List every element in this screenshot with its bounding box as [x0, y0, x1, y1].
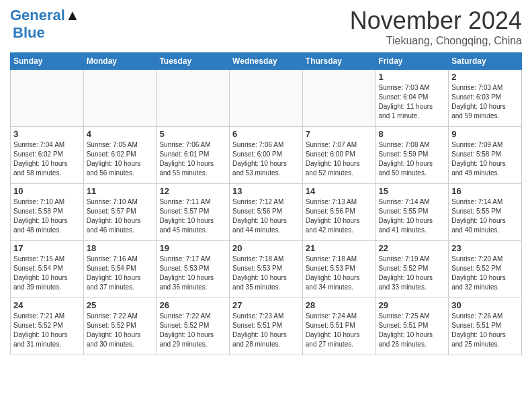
week-row-2: 3Sunrise: 7:04 AMSunset: 6:02 PMDaylight… [11, 127, 522, 184]
day-cell: 23Sunrise: 7:20 AMSunset: 5:52 PMDayligh… [449, 241, 522, 298]
day-number: 24 [13, 300, 81, 310]
location: Tiekuang, Chongqing, China [350, 35, 522, 47]
day-info: Sunrise: 7:14 AMSunset: 5:55 PMDaylight:… [451, 197, 519, 235]
day-cell: 14Sunrise: 7:13 AMSunset: 5:56 PMDayligh… [302, 184, 375, 241]
day-number: 4 [87, 129, 154, 139]
day-number: 15 [379, 186, 446, 196]
day-number: 11 [87, 186, 154, 196]
day-info: Sunrise: 7:22 AMSunset: 5:52 PMDaylight:… [87, 312, 154, 349]
header-row: SundayMondayTuesdayWednesdayThursdayFrid… [11, 53, 522, 70]
day-info: Sunrise: 7:15 AMSunset: 5:54 PMDaylight:… [13, 255, 81, 292]
calendar-table: SundayMondayTuesdayWednesdayThursdayFrid… [10, 52, 522, 355]
day-info: Sunrise: 7:16 AMSunset: 5:54 PMDaylight:… [87, 255, 154, 292]
day-cell: 7Sunrise: 7:07 AMSunset: 6:00 PMDaylight… [302, 127, 375, 184]
week-row-1: 1Sunrise: 7:03 AMSunset: 6:04 PMDaylight… [11, 70, 522, 127]
day-info: Sunrise: 7:26 AMSunset: 5:51 PMDaylight:… [451, 312, 519, 349]
day-number: 7 [306, 129, 373, 139]
day-cell: 26Sunrise: 7:22 AMSunset: 5:52 PMDayligh… [157, 298, 230, 355]
day-cell: 6Sunrise: 7:06 AMSunset: 6:00 PMDaylight… [230, 127, 303, 184]
header: General▲ Blue November 2024 Tiekuang, Ch… [10, 7, 522, 47]
day-cell: 10Sunrise: 7:10 AMSunset: 5:58 PMDayligh… [11, 184, 84, 241]
day-cell: 1Sunrise: 7:03 AMSunset: 6:04 PMDaylight… [375, 70, 449, 127]
col-header-friday: Friday [375, 53, 449, 70]
day-info: Sunrise: 7:13 AMSunset: 5:56 PMDaylight:… [306, 197, 373, 235]
day-cell: 3Sunrise: 7:04 AMSunset: 6:02 PMDaylight… [11, 127, 84, 184]
day-info: Sunrise: 7:12 AMSunset: 5:56 PMDaylight:… [232, 197, 300, 235]
col-header-wednesday: Wednesday [230, 53, 303, 70]
day-info: Sunrise: 7:06 AMSunset: 6:00 PMDaylight:… [232, 140, 300, 178]
day-cell: 17Sunrise: 7:15 AMSunset: 5:54 PMDayligh… [11, 241, 84, 298]
day-info: Sunrise: 7:25 AMSunset: 5:51 PMDaylight:… [379, 312, 446, 349]
day-info: Sunrise: 7:06 AMSunset: 6:01 PMDaylight:… [159, 140, 226, 178]
title-block: November 2024 Tiekuang, Chongqing, China [350, 7, 522, 47]
page: General▲ Blue November 2024 Tiekuang, Ch… [0, 0, 532, 362]
day-info: Sunrise: 7:10 AMSunset: 5:57 PMDaylight:… [87, 197, 154, 235]
day-number: 9 [451, 129, 519, 139]
day-cell: 16Sunrise: 7:14 AMSunset: 5:55 PMDayligh… [449, 184, 522, 241]
day-number: 29 [379, 300, 446, 310]
day-cell [83, 70, 157, 127]
day-number: 17 [13, 243, 81, 253]
day-cell: 25Sunrise: 7:22 AMSunset: 5:52 PMDayligh… [83, 298, 157, 355]
day-cell: 9Sunrise: 7:09 AMSunset: 5:58 PMDaylight… [449, 127, 522, 184]
day-number: 8 [379, 129, 446, 139]
day-cell: 12Sunrise: 7:11 AMSunset: 5:57 PMDayligh… [157, 184, 230, 241]
day-cell [157, 70, 230, 127]
day-number: 6 [232, 129, 300, 139]
day-cell: 18Sunrise: 7:16 AMSunset: 5:54 PMDayligh… [83, 241, 157, 298]
day-number: 5 [159, 129, 226, 139]
day-cell: 11Sunrise: 7:10 AMSunset: 5:57 PMDayligh… [83, 184, 157, 241]
day-info: Sunrise: 7:20 AMSunset: 5:52 PMDaylight:… [451, 255, 519, 292]
day-number: 16 [451, 186, 519, 196]
day-number: 26 [159, 300, 226, 310]
day-cell [11, 70, 84, 127]
day-number: 23 [451, 243, 519, 253]
month-title: November 2024 [350, 7, 522, 35]
day-number: 30 [451, 300, 519, 310]
day-number: 22 [379, 243, 446, 253]
day-number: 3 [13, 129, 81, 139]
day-number: 2 [451, 72, 519, 82]
day-info: Sunrise: 7:03 AMSunset: 6:03 PMDaylight:… [451, 83, 519, 121]
day-info: Sunrise: 7:11 AMSunset: 5:57 PMDaylight:… [159, 197, 226, 235]
day-cell: 21Sunrise: 7:18 AMSunset: 5:53 PMDayligh… [302, 241, 375, 298]
day-cell: 27Sunrise: 7:23 AMSunset: 5:51 PMDayligh… [230, 298, 303, 355]
day-info: Sunrise: 7:24 AMSunset: 5:51 PMDaylight:… [306, 312, 373, 349]
day-info: Sunrise: 7:09 AMSunset: 5:58 PMDaylight:… [451, 140, 519, 178]
day-info: Sunrise: 7:10 AMSunset: 5:58 PMDaylight:… [13, 197, 81, 235]
day-cell [302, 70, 375, 127]
day-info: Sunrise: 7:07 AMSunset: 6:00 PMDaylight:… [306, 140, 373, 178]
logo: General▲ Blue [10, 7, 80, 42]
day-cell: 24Sunrise: 7:21 AMSunset: 5:52 PMDayligh… [11, 298, 84, 355]
logo-blue-text: Blue [13, 24, 45, 42]
day-cell: 8Sunrise: 7:08 AMSunset: 5:59 PMDaylight… [375, 127, 449, 184]
day-cell: 28Sunrise: 7:24 AMSunset: 5:51 PMDayligh… [302, 298, 375, 355]
day-number: 20 [232, 243, 300, 253]
day-info: Sunrise: 7:19 AMSunset: 5:52 PMDaylight:… [379, 255, 446, 292]
day-info: Sunrise: 7:23 AMSunset: 5:51 PMDaylight:… [232, 312, 300, 349]
col-header-monday: Monday [83, 53, 157, 70]
week-row-4: 17Sunrise: 7:15 AMSunset: 5:54 PMDayligh… [11, 241, 522, 298]
day-cell: 22Sunrise: 7:19 AMSunset: 5:52 PMDayligh… [375, 241, 449, 298]
col-header-saturday: Saturday [449, 53, 522, 70]
day-number: 25 [87, 300, 154, 310]
day-cell: 2Sunrise: 7:03 AMSunset: 6:03 PMDaylight… [449, 70, 522, 127]
day-number: 13 [232, 186, 300, 196]
day-info: Sunrise: 7:18 AMSunset: 5:53 PMDaylight:… [306, 255, 373, 292]
col-header-tuesday: Tuesday [157, 53, 230, 70]
day-cell [230, 70, 303, 127]
day-cell: 15Sunrise: 7:14 AMSunset: 5:55 PMDayligh… [375, 184, 449, 241]
day-info: Sunrise: 7:22 AMSunset: 5:52 PMDaylight:… [159, 312, 226, 349]
day-cell: 29Sunrise: 7:25 AMSunset: 5:51 PMDayligh… [375, 298, 449, 355]
col-header-sunday: Sunday [11, 53, 84, 70]
day-number: 12 [159, 186, 226, 196]
day-number: 21 [306, 243, 373, 253]
day-cell: 30Sunrise: 7:26 AMSunset: 5:51 PMDayligh… [449, 298, 522, 355]
week-row-5: 24Sunrise: 7:21 AMSunset: 5:52 PMDayligh… [11, 298, 522, 355]
day-cell: 20Sunrise: 7:18 AMSunset: 5:53 PMDayligh… [230, 241, 303, 298]
logo-text: General▲ [10, 7, 80, 24]
day-cell: 19Sunrise: 7:17 AMSunset: 5:53 PMDayligh… [157, 241, 230, 298]
day-number: 14 [306, 186, 373, 196]
day-number: 19 [159, 243, 226, 253]
day-info: Sunrise: 7:17 AMSunset: 5:53 PMDaylight:… [159, 255, 226, 292]
